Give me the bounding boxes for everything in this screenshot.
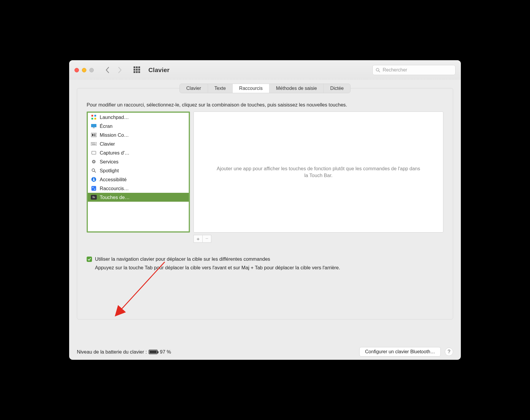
list-item-accessibilite[interactable]: Accessibilité: [88, 175, 189, 184]
tab-dictee[interactable]: Dictée: [324, 84, 350, 93]
battery-label: Niveau de la batterie du clavier :: [77, 349, 147, 355]
back-button[interactable]: [103, 65, 112, 75]
svg-line-1: [379, 71, 380, 72]
tabs: Clavier Texte Raccourcis Méthodes de sai…: [77, 84, 453, 93]
svg-rect-6: [91, 124, 96, 127]
checkbox-help-text: Appuyez sur la touche Tab pour déplacer …: [95, 264, 401, 271]
list-item-raccourcis[interactable]: Raccourcis…: [88, 184, 189, 193]
category-list[interactable]: Launchpad… Écran Mission Co… Clavier: [87, 112, 190, 233]
svg-rect-2: [91, 115, 93, 117]
tab-texte[interactable]: Texte: [208, 84, 233, 93]
tab-methodes[interactable]: Méthodes de saisie: [269, 84, 324, 93]
svg-rect-16: [94, 143, 95, 143]
list-item-label: Touches de…: [100, 195, 130, 200]
close-button[interactable]: [74, 68, 79, 72]
list-item-label: Spotlight: [100, 168, 119, 174]
svg-rect-17: [92, 144, 96, 145]
list-item-label: Services: [100, 159, 118, 165]
list-item-touches-fn[interactable]: fn Touches de…: [88, 193, 189, 202]
instruction-text: Pour modifier un raccourci, sélectionnez…: [87, 101, 443, 108]
svg-rect-9: [92, 134, 93, 136]
svg-rect-18: [92, 151, 96, 154]
svg-rect-27: [94, 189, 95, 190]
shortcuts-icon: [91, 185, 97, 191]
list-item-captures[interactable]: Captures d'…: [88, 148, 189, 157]
tab-clavier[interactable]: Clavier: [180, 84, 208, 93]
gear-icon: [91, 159, 97, 165]
window-title: Clavier: [148, 66, 169, 74]
svg-rect-8: [91, 133, 96, 137]
content-area: Clavier Texte Raccourcis Méthodes de sai…: [69, 80, 461, 344]
minimize-button[interactable]: [82, 68, 86, 72]
zoom-button-disabled: [89, 68, 94, 72]
screenshot-icon: [91, 150, 97, 156]
preferences-window: Clavier Clavier Texte Raccourcis Méthode…: [69, 60, 461, 360]
show-all-icon[interactable]: [134, 66, 141, 74]
list-item-mission[interactable]: Mission Co…: [88, 131, 189, 139]
svg-rect-11: [94, 135, 96, 136]
remove-button[interactable]: −: [202, 235, 211, 243]
list-item-label: Mission Co…: [100, 132, 129, 138]
fn-icon: fn: [91, 195, 97, 200]
add-remove-buttons: ＋ −: [193, 235, 443, 243]
svg-point-24: [93, 178, 94, 179]
svg-rect-14: [92, 143, 93, 143]
list-item-label: Écran: [100, 123, 112, 129]
list-item-label: Accessibilité: [100, 177, 127, 182]
window-controls: [74, 68, 94, 72]
forward-button[interactable]: [116, 65, 124, 75]
svg-rect-13: [91, 143, 92, 143]
keyboard-icon: [91, 141, 97, 147]
checkbox-label: Utiliser la navigation clavier pour dépl…: [95, 256, 270, 262]
bluetooth-keyboard-button[interactable]: Configurer un clavier Bluetooth…: [359, 347, 441, 357]
svg-point-20: [93, 161, 94, 162]
list-item-services[interactable]: Services: [88, 157, 189, 166]
list-item-label: Launchpad…: [100, 114, 129, 120]
prefs-panel: Clavier Texte Raccourcis Méthodes de sai…: [77, 88, 453, 319]
list-item-ecran[interactable]: Écran: [88, 122, 189, 131]
battery-icon: [149, 350, 158, 354]
search-icon: [376, 68, 380, 73]
footer: Niveau de la batterie du clavier : 97 % …: [69, 344, 461, 360]
tab-raccourcis[interactable]: Raccourcis: [233, 84, 269, 93]
svg-rect-5: [94, 118, 96, 120]
help-button[interactable]: ?: [445, 348, 453, 356]
toolbar: Clavier: [69, 60, 461, 80]
svg-rect-7: [93, 128, 95, 128]
split-view: Launchpad… Écran Mission Co… Clavier: [87, 112, 443, 233]
list-item-label: Clavier: [100, 141, 115, 147]
search-icon: [91, 168, 97, 174]
detail-pane: Ajouter une app pour afficher les touche…: [193, 112, 443, 233]
accessibility-icon: [91, 176, 97, 182]
svg-rect-26: [92, 187, 93, 188]
list-item-clavier[interactable]: Clavier: [88, 139, 189, 148]
launchpad-icon: [91, 114, 97, 120]
list-item-spotlight[interactable]: Spotlight: [88, 166, 189, 175]
tab-bar: Clavier Texte Raccourcis Méthodes de sai…: [180, 84, 350, 93]
search-field[interactable]: [372, 65, 456, 75]
add-button[interactable]: ＋: [193, 235, 202, 243]
svg-rect-12: [91, 142, 97, 146]
empty-state-text: Ajouter une app pour afficher les touche…: [215, 165, 422, 179]
svg-rect-25: [91, 186, 96, 191]
search-input[interactable]: [383, 67, 452, 73]
svg-rect-15: [93, 143, 94, 143]
svg-line-22: [94, 171, 96, 172]
list-item-launchpad[interactable]: Launchpad…: [88, 113, 189, 122]
display-icon: [91, 123, 97, 129]
battery-percent: 97 %: [160, 349, 171, 355]
svg-point-0: [376, 68, 379, 71]
svg-rect-10: [94, 134, 96, 135]
svg-rect-3: [94, 115, 96, 117]
svg-rect-4: [91, 118, 93, 120]
keyboard-nav-option: Utiliser la navigation clavier pour dépl…: [87, 256, 443, 271]
list-item-label: Captures d'…: [100, 150, 129, 156]
checkmark-icon: [88, 257, 91, 261]
keyboard-nav-checkbox[interactable]: [87, 257, 92, 262]
list-item-label: Raccourcis…: [100, 186, 129, 191]
mission-control-icon: [91, 132, 97, 138]
